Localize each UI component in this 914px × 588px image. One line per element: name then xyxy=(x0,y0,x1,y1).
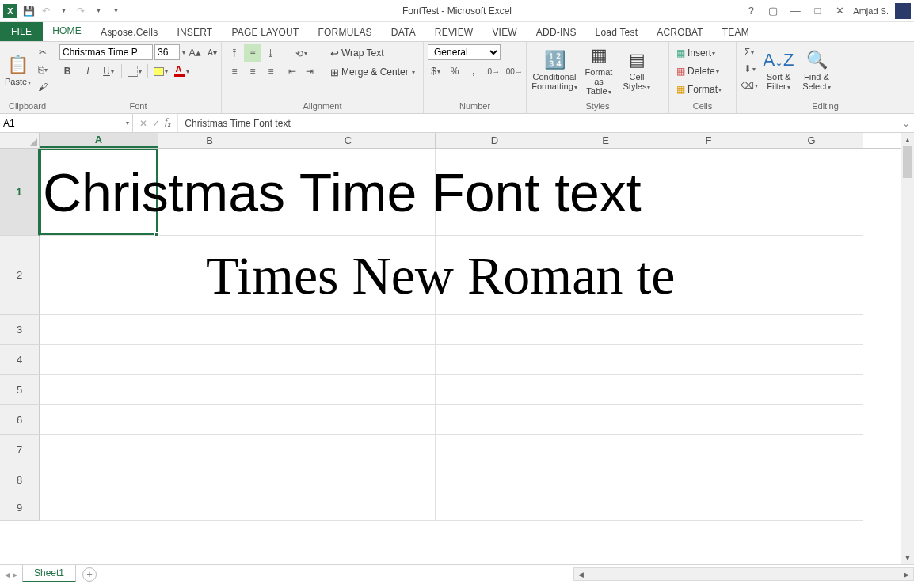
font-size-dropdown-icon[interactable]: ▾ xyxy=(182,49,185,56)
name-box-input[interactable] xyxy=(3,118,126,129)
redo-icon[interactable]: ↷ xyxy=(74,5,87,17)
qat-customize-icon[interactable]: ▼ xyxy=(109,5,122,17)
decrease-font-icon[interactable]: A▾ xyxy=(204,44,220,60)
sort-filter-button[interactable]: A↓ZSort & Filter▾ xyxy=(761,44,796,97)
cell-C3[interactable] xyxy=(261,315,436,345)
undo-dropdown-icon[interactable]: ▼ xyxy=(57,5,70,17)
tab-home[interactable]: HOME xyxy=(43,22,91,41)
cell-E4[interactable] xyxy=(554,345,657,375)
enter-formula-icon[interactable]: ✓ xyxy=(152,118,160,129)
tab-formulas[interactable]: FORMULAS xyxy=(309,24,382,41)
cell-D5[interactable] xyxy=(436,375,554,405)
horizontal-scrollbar[interactable]: ◀ ▶ xyxy=(573,567,914,581)
format-painter-icon[interactable]: 🖌 xyxy=(35,79,51,95)
copy-icon[interactable]: ⎘▾ xyxy=(35,62,51,78)
italic-button[interactable]: I xyxy=(80,63,96,79)
cell-C5[interactable] xyxy=(261,375,436,405)
cell-A2[interactable] xyxy=(40,236,158,315)
tab-page-layout[interactable]: PAGE LAYOUT xyxy=(222,24,308,41)
cell-F6[interactable] xyxy=(657,405,760,435)
cell-F9[interactable] xyxy=(657,495,760,521)
avatar[interactable] xyxy=(895,3,911,19)
row-header-3[interactable]: 3 xyxy=(0,315,40,345)
clear-icon[interactable]: ⌫▾ xyxy=(741,78,758,93)
tab-view[interactable]: VIEW xyxy=(482,24,526,41)
cell-B4[interactable] xyxy=(158,345,261,375)
scroll-up-icon[interactable]: ▲ xyxy=(901,133,914,146)
cell-B6[interactable] xyxy=(158,405,261,435)
tab-data[interactable]: DATA xyxy=(382,24,425,41)
help-icon[interactable]: ? xyxy=(742,3,760,19)
name-box-dropdown-icon[interactable]: ▾ xyxy=(126,119,129,127)
cell-G1[interactable] xyxy=(760,149,863,236)
worksheet-grid[interactable]: ABCDEFG 123456789Christmas Time Font tex… xyxy=(0,133,901,564)
merge-center-button[interactable]: ⊞Merge & Center▾ xyxy=(327,63,418,81)
cancel-formula-icon[interactable]: ✕ xyxy=(139,118,147,129)
maximize-icon[interactable]: □ xyxy=(809,3,826,19)
cell-E3[interactable] xyxy=(554,315,657,345)
find-select-button[interactable]: 🔍Find & Select▾ xyxy=(799,44,834,97)
insert-cells-button[interactable]: ▦Insert▾ xyxy=(673,44,718,62)
row-header-1[interactable]: 1 xyxy=(0,149,40,236)
cell-A6[interactable] xyxy=(40,405,158,435)
cell-F8[interactable] xyxy=(657,465,760,495)
increase-decimal-icon[interactable]: .0→ xyxy=(485,63,501,79)
cell-G5[interactable] xyxy=(760,375,863,405)
cell-E7[interactable] xyxy=(554,435,657,465)
comma-format-icon[interactable]: , xyxy=(466,63,482,79)
font-name-input[interactable] xyxy=(59,44,153,60)
cell-G7[interactable] xyxy=(760,435,863,465)
align-middle-icon[interactable]: ≡ xyxy=(244,44,261,62)
delete-cells-button[interactable]: ▦Delete▾ xyxy=(673,63,722,80)
cell-C6[interactable] xyxy=(261,405,436,435)
cell-G4[interactable] xyxy=(760,345,863,375)
undo-icon[interactable]: ↶ xyxy=(40,5,52,17)
cell-C8[interactable] xyxy=(261,465,436,495)
save-icon[interactable]: 💾 xyxy=(22,5,35,17)
cell-D7[interactable] xyxy=(436,435,554,465)
cell-D9[interactable] xyxy=(436,495,554,521)
cell-B5[interactable] xyxy=(158,375,261,405)
name-box[interactable]: ▾ xyxy=(0,114,133,132)
row-header-4[interactable]: 4 xyxy=(0,345,40,375)
cell-C9[interactable] xyxy=(261,495,436,521)
increase-font-icon[interactable]: A▴ xyxy=(187,44,203,60)
column-header-G[interactable]: G xyxy=(760,133,863,148)
align-left-icon[interactable]: ≡ xyxy=(226,63,243,80)
fill-color-button[interactable]: ▾ xyxy=(153,63,169,79)
format-as-table-button[interactable]: ▦Format as Table▾ xyxy=(581,44,616,97)
align-bottom-icon[interactable]: ⭳ xyxy=(262,44,280,62)
cell-F3[interactable] xyxy=(657,315,760,345)
sheet-tab[interactable]: Sheet1 xyxy=(22,565,76,582)
cell-A8[interactable] xyxy=(40,465,158,495)
insert-function-icon[interactable]: fx xyxy=(165,116,171,129)
formula-bar[interactable]: Christmas Time Font text xyxy=(178,118,898,129)
column-header-A[interactable]: A xyxy=(40,133,158,148)
conditional-formatting-button[interactable]: 🔢Conditional Formatting▾ xyxy=(531,44,578,97)
align-center-icon[interactable]: ≡ xyxy=(244,63,261,80)
cell-F7[interactable] xyxy=(657,435,760,465)
orientation-icon[interactable]: ⟲▾ xyxy=(284,46,318,62)
underline-button[interactable]: U▾ xyxy=(101,63,116,79)
cell-F4[interactable] xyxy=(657,345,760,375)
tab-aspose[interactable]: Aspose.Cells xyxy=(91,24,167,41)
close-icon[interactable]: ✕ xyxy=(831,3,848,19)
column-header-E[interactable]: E xyxy=(554,133,657,148)
scroll-down-icon[interactable]: ▼ xyxy=(901,551,914,564)
scroll-right-icon[interactable]: ▶ xyxy=(900,571,913,579)
cell-E8[interactable] xyxy=(554,465,657,495)
wrap-text-button[interactable]: ↩Wrap Text xyxy=(327,44,418,62)
column-header-D[interactable]: D xyxy=(436,133,554,148)
borders-button[interactable]: ▾ xyxy=(127,63,143,79)
format-cells-button[interactable]: ▦Format▾ xyxy=(673,81,725,98)
column-header-B[interactable]: B xyxy=(158,133,261,148)
font-color-button[interactable]: ▾ xyxy=(173,63,189,79)
cell-B8[interactable] xyxy=(158,465,261,495)
tab-review[interactable]: REVIEW xyxy=(425,24,483,41)
vertical-scrollbar[interactable]: ▲ ▼ xyxy=(901,133,914,564)
cell-B9[interactable] xyxy=(158,495,261,521)
cell-G2[interactable] xyxy=(760,236,863,315)
tab-insert[interactable]: INSERT xyxy=(167,24,222,41)
column-header-F[interactable]: F xyxy=(657,133,760,148)
align-right-icon[interactable]: ≡ xyxy=(262,63,280,80)
